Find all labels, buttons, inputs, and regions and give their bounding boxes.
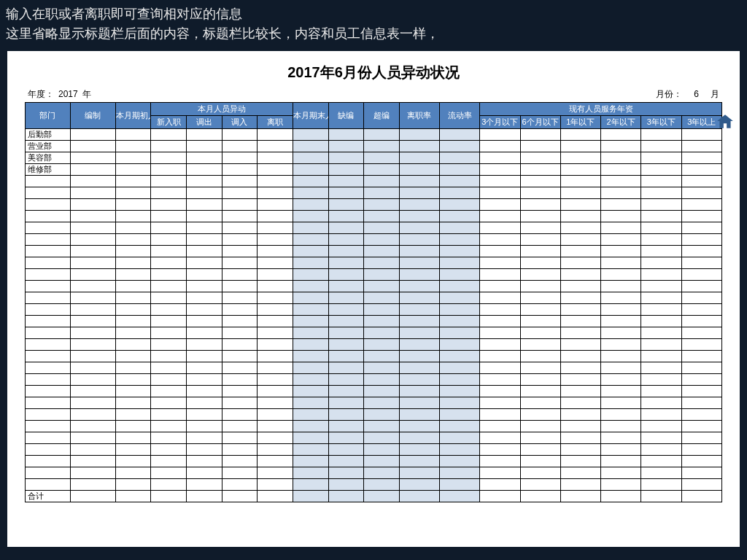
cell[interactable] — [641, 386, 681, 397]
cell[interactable] — [560, 397, 600, 409]
cell[interactable] — [187, 491, 222, 502]
cell[interactable] — [480, 316, 520, 327]
cell[interactable] — [222, 176, 258, 187]
cell[interactable] — [293, 292, 328, 304]
cell[interactable] — [601, 491, 641, 502]
cell[interactable] — [440, 222, 480, 234]
cell[interactable] — [151, 187, 187, 199]
cell[interactable] — [70, 479, 115, 491]
cell[interactable] — [151, 269, 187, 281]
cell[interactable] — [328, 141, 364, 152]
cell[interactable] — [222, 129, 258, 141]
cell[interactable] — [641, 222, 681, 234]
cell[interactable] — [187, 397, 222, 409]
cell[interactable] — [520, 397, 560, 409]
cell[interactable] — [328, 479, 364, 491]
cell[interactable] — [364, 456, 400, 467]
cell[interactable] — [115, 211, 151, 222]
cell[interactable] — [70, 211, 115, 222]
cell[interactable] — [26, 199, 71, 211]
cell[interactable] — [115, 292, 151, 304]
cell[interactable] — [601, 187, 641, 199]
cell[interactable] — [222, 281, 258, 292]
cell[interactable] — [480, 211, 520, 222]
cell[interactable] — [70, 421, 115, 432]
cell[interactable] — [364, 211, 400, 222]
cell[interactable] — [440, 281, 480, 292]
cell[interactable] — [222, 292, 258, 304]
cell[interactable] — [681, 281, 721, 292]
cell[interactable] — [440, 164, 480, 176]
cell[interactable] — [115, 257, 151, 269]
cell[interactable] — [480, 176, 520, 187]
cell[interactable] — [258, 362, 293, 374]
cell[interactable] — [364, 444, 400, 456]
cell[interactable] — [115, 304, 151, 316]
cell[interactable] — [187, 187, 222, 199]
cell[interactable] — [560, 269, 600, 281]
cell[interactable] — [70, 339, 115, 351]
cell[interactable] — [364, 234, 400, 246]
cell[interactable] — [641, 176, 681, 187]
cell[interactable] — [258, 491, 293, 502]
cell[interactable] — [26, 269, 71, 281]
cell[interactable] — [187, 362, 222, 374]
cell[interactable] — [681, 164, 721, 176]
cell[interactable] — [70, 327, 115, 339]
cell[interactable] — [641, 234, 681, 246]
cell[interactable] — [26, 316, 71, 327]
cell[interactable] — [222, 432, 258, 444]
cell[interactable] — [293, 351, 328, 362]
cell[interactable] — [480, 456, 520, 467]
cell[interactable] — [293, 281, 328, 292]
cell[interactable] — [520, 491, 560, 502]
cell[interactable] — [641, 304, 681, 316]
cell[interactable] — [440, 491, 480, 502]
cell[interactable] — [364, 304, 400, 316]
cell[interactable] — [328, 176, 364, 187]
cell[interactable] — [293, 491, 328, 502]
cell[interactable] — [560, 362, 600, 374]
cell[interactable] — [258, 187, 293, 199]
cell[interactable] — [115, 432, 151, 444]
cell[interactable] — [115, 397, 151, 409]
cell[interactable] — [222, 164, 258, 176]
cell[interactable] — [601, 246, 641, 257]
cell[interactable] — [151, 386, 187, 397]
cell[interactable] — [480, 199, 520, 211]
cell[interactable] — [520, 141, 560, 152]
cell[interactable] — [641, 456, 681, 467]
cell[interactable] — [258, 211, 293, 222]
cell[interactable] — [26, 467, 71, 479]
cell[interactable] — [115, 339, 151, 351]
home-icon[interactable] — [715, 112, 735, 131]
cell[interactable] — [641, 281, 681, 292]
cell[interactable] — [187, 432, 222, 444]
cell[interactable] — [601, 234, 641, 246]
cell[interactable] — [258, 257, 293, 269]
cell[interactable] — [293, 164, 328, 176]
cell[interactable] — [258, 386, 293, 397]
cell[interactable] — [258, 164, 293, 176]
cell[interactable] — [26, 351, 71, 362]
cell[interactable] — [641, 211, 681, 222]
cell[interactable] — [328, 199, 364, 211]
cell[interactable] — [151, 152, 187, 164]
cell[interactable] — [115, 467, 151, 479]
cell[interactable] — [258, 432, 293, 444]
cell[interactable] — [187, 409, 222, 421]
cell[interactable] — [681, 374, 721, 386]
cell[interactable] — [399, 164, 439, 176]
cell[interactable] — [480, 374, 520, 386]
cell[interactable] — [115, 421, 151, 432]
cell[interactable] — [440, 187, 480, 199]
cell[interactable] — [151, 199, 187, 211]
cell[interactable] — [560, 432, 600, 444]
cell[interactable] — [70, 292, 115, 304]
cell[interactable] — [115, 327, 151, 339]
cell[interactable] — [70, 199, 115, 211]
cell[interactable] — [222, 187, 258, 199]
cell[interactable] — [399, 456, 439, 467]
cell[interactable] — [480, 444, 520, 456]
cell[interactable] — [187, 176, 222, 187]
